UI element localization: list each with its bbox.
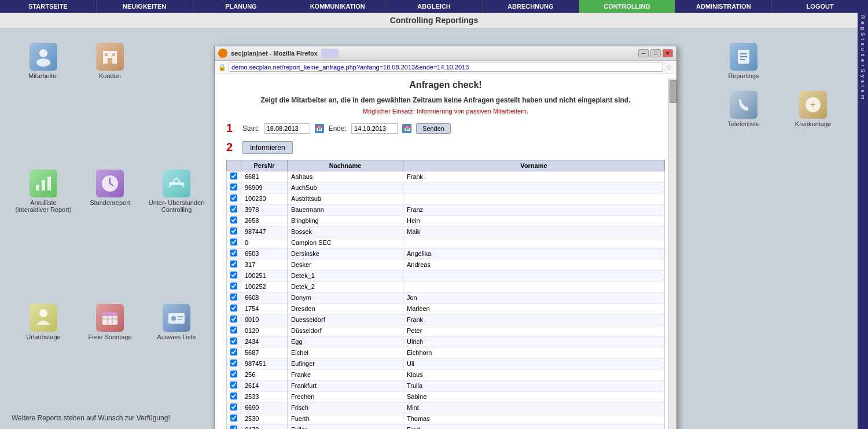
- step-1-end-label: Ende:: [329, 124, 347, 133]
- row-checkbox[interactable]: [227, 391, 241, 402]
- row-vorname: Ulrich: [403, 336, 665, 347]
- table-row: 2434 Egg Ulrich: [227, 336, 665, 347]
- row-vorname: Eichhorn: [403, 347, 665, 358]
- row-persnr: 6681: [241, 171, 288, 182]
- main-content: Mitarbeiter Kunden Anrulliste(interaktiv…: [0, 28, 868, 429]
- row-vorname: Jon: [403, 292, 665, 303]
- row-checkbox[interactable]: [227, 259, 241, 270]
- icon-krankentage[interactable]: + Krankentage: [781, 88, 845, 130]
- col-nachname: Nachname: [288, 160, 403, 171]
- scrollbar-thumb[interactable]: [670, 80, 676, 103]
- row-checkbox[interactable]: [227, 226, 241, 237]
- row-checkbox[interactable]: [227, 171, 241, 182]
- inform-button[interactable]: Informieren: [242, 141, 293, 154]
- svg-point-13: [39, 309, 47, 317]
- row-checkbox[interactable]: [227, 292, 241, 303]
- icon-ausweis[interactable]: Ausweis Liste: [145, 301, 208, 422]
- svg-rect-8: [47, 177, 51, 190]
- report-title: Anfragen check!: [226, 80, 665, 90]
- table-row: 5687 Eichel Eichhorn: [227, 347, 665, 358]
- table-row: 1754 Dresden Marleen: [227, 303, 665, 314]
- row-checkbox[interactable]: [227, 325, 241, 336]
- row-checkbox[interactable]: [227, 204, 241, 215]
- clock-icon: [96, 170, 124, 197]
- row-vorname: Franz: [403, 204, 665, 215]
- urlaubstage-label: Urlaubstage: [26, 333, 60, 340]
- icon-stundenreport[interactable]: Stundenreport: [78, 167, 142, 295]
- row-checkbox[interactable]: [227, 358, 241, 369]
- svg-rect-7: [42, 180, 45, 190]
- send-button[interactable]: Senden: [416, 123, 451, 134]
- table-row: 0 Campion SEC: [227, 237, 665, 248]
- nav-kommunikation[interactable]: KOMMUNIKATION: [289, 0, 386, 13]
- row-checkbox[interactable]: [227, 413, 241, 424]
- row-checkbox[interactable]: [227, 402, 241, 413]
- icon-telefonliste[interactable]: Telefonliste: [712, 88, 775, 130]
- nav-controlling[interactable]: CONTROLLING: [579, 0, 676, 13]
- row-checkbox[interactable]: [227, 314, 241, 325]
- bookmark-icon[interactable]: ☆: [665, 63, 673, 72]
- table-row: 6608 Donym Jon: [227, 292, 665, 303]
- row-checkbox[interactable]: [227, 270, 241, 281]
- start-date-input[interactable]: [264, 123, 310, 134]
- row-checkbox[interactable]: [227, 237, 241, 248]
- icon-freie-sonntage[interactable]: Freie Sonntage: [78, 301, 142, 422]
- icon-urlaubstage[interactable]: Urlaubstage: [12, 301, 75, 422]
- row-checkbox[interactable]: [227, 369, 241, 380]
- maximize-button[interactable]: □: [650, 49, 661, 57]
- address-bar-input[interactable]: [229, 63, 663, 72]
- icon-ueberstunden[interactable]: Unter- ÜberstundenControlling: [145, 167, 208, 295]
- compare-icon: [163, 170, 190, 197]
- row-nachname: Campion SEC: [288, 237, 403, 248]
- row-checkbox[interactable]: [227, 380, 241, 391]
- row-nachname: Detek_1: [288, 270, 403, 281]
- icon-empty-1: [145, 40, 208, 161]
- row-checkbox[interactable]: [227, 424, 241, 430]
- row-checkbox[interactable]: [227, 215, 241, 226]
- row-vorname: Angelika: [403, 248, 665, 259]
- freie-sonntage-label: Freie Sonntage: [88, 333, 131, 340]
- row-checkbox[interactable]: [227, 248, 241, 259]
- icon-reportings[interactable]: Reportings: [712, 40, 775, 82]
- row-nachname: Austrittsub: [288, 193, 403, 204]
- row-nachname: Dresden: [288, 303, 403, 314]
- table-header: PersNr Nachname Vorname: [227, 160, 665, 171]
- minimize-button[interactable]: ─: [638, 49, 649, 57]
- row-checkbox[interactable]: [227, 281, 241, 292]
- nav-abgleich[interactable]: ABGLEICH: [386, 0, 483, 13]
- end-calendar-button[interactable]: 📅: [402, 124, 411, 133]
- browser-titlebar: sec|plan|net - Mozilla Firefox ─ □ ✕: [215, 46, 676, 61]
- row-checkbox[interactable]: [227, 336, 241, 347]
- table-row: 100251 Detek_1: [227, 270, 665, 281]
- nav-administration[interactable]: ADMINISTRATION: [675, 0, 772, 13]
- nav-neuigkeiten[interactable]: NEUIGKEITEN: [97, 0, 193, 13]
- nav-startseite[interactable]: STARTSEITE: [0, 0, 97, 13]
- nav-abrechnung[interactable]: ABRECHNUNG: [483, 0, 579, 13]
- icon-kunden[interactable]: Kunden: [78, 40, 142, 161]
- start-calendar-button[interactable]: 📅: [315, 124, 324, 133]
- row-vorname: [403, 237, 665, 248]
- nav-logout[interactable]: LOGOUT: [772, 0, 868, 13]
- row-nachname: Aahaus: [288, 171, 403, 182]
- step-1-row: 1 Start: 📅 Ende: 📅 Senden: [226, 122, 665, 135]
- close-button[interactable]: ✕: [663, 49, 673, 57]
- row-nachname: Eufinger: [288, 358, 403, 369]
- scrollbar-track[interactable]: [668, 78, 676, 429]
- row-checkbox[interactable]: [227, 303, 241, 314]
- nav-planung[interactable]: PLANUNG: [193, 0, 290, 13]
- row-nachname: AuchSub: [288, 182, 403, 193]
- table-row: 987447 Bossek Maik: [227, 226, 665, 237]
- icon-mitarbeiter[interactable]: Mitarbeiter: [12, 40, 75, 161]
- right-icons-area: Reportings Telefonliste + Krankentage: [706, 34, 851, 136]
- row-checkbox[interactable]: [227, 182, 241, 193]
- phone-icon: [730, 91, 757, 119]
- end-date-input[interactable]: [351, 123, 398, 134]
- col-vorname: Vorname: [403, 160, 665, 171]
- row-vorname: Frank: [403, 314, 665, 325]
- row-checkbox[interactable]: [227, 347, 241, 358]
- row-checkbox[interactable]: [227, 193, 241, 204]
- icon-anrulliste[interactable]: Anrulliste(interaktiver Report): [12, 167, 75, 295]
- browser-title-text: sec|plan|net - Mozilla Firefox: [231, 50, 318, 57]
- row-vorname: Thomas: [403, 413, 665, 424]
- row-nachname: Frisch: [288, 402, 403, 413]
